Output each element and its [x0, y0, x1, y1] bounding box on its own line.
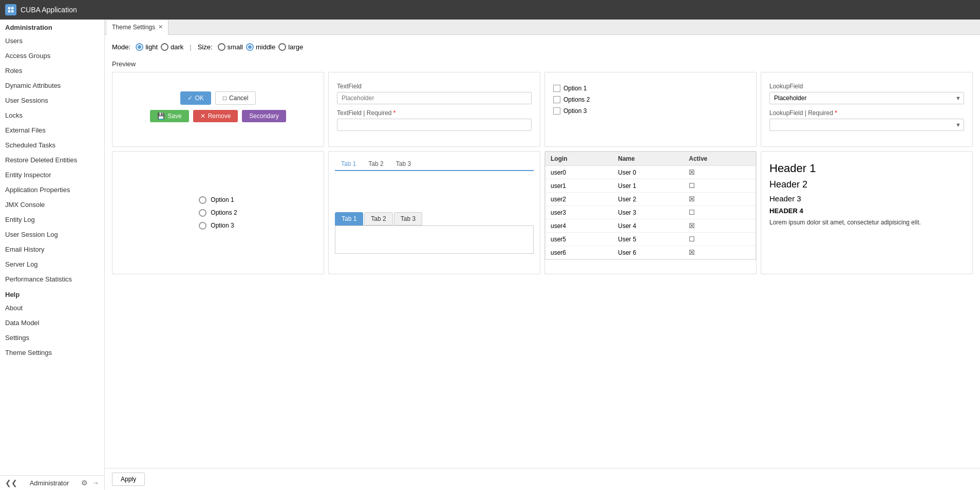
tab-btn2-1[interactable]: Tab 1	[335, 212, 363, 225]
sidebar-item-dynamic-attributes[interactable]: Dynamic Attributes	[0, 78, 104, 93]
sidebar-item-performance-statistics[interactable]: Performance Statistics	[0, 272, 104, 287]
sidebar-item-data-model[interactable]: Data Model	[0, 315, 104, 330]
lookupfield-group: LookupField Placeholder ▼	[769, 83, 964, 104]
mode-dark-option[interactable]: dark	[161, 43, 183, 51]
svg-rect-0	[8, 7, 10, 9]
textfield-card: TextField TextField | Required *	[328, 72, 540, 147]
cell-login: user5	[545, 233, 613, 246]
app-header: CUBA Application	[0, 0, 980, 20]
mode-dark-radio[interactable]	[161, 43, 168, 51]
svg-rect-2	[8, 10, 10, 12]
apply-button[interactable]: Apply	[112, 473, 145, 486]
sidebar-item-user-session-log[interactable]: User Session Log	[0, 227, 104, 242]
sidebar-item-external-files[interactable]: External Files	[0, 123, 104, 138]
tab-close-button[interactable]: ✕	[158, 24, 163, 30]
mode-dark-label: dark	[171, 43, 183, 51]
radio-2[interactable]	[199, 209, 206, 217]
cell-name: User 3	[613, 206, 684, 219]
table-row[interactable]: user6 User 6 ☒	[545, 246, 756, 259]
checkbox-1[interactable]	[553, 85, 560, 92]
table-row[interactable]: user4 User 4 ☒	[545, 219, 756, 233]
size-small-radio[interactable]	[218, 43, 225, 51]
sidebar-item-users[interactable]: Users	[0, 33, 104, 48]
tab-btn-3[interactable]: Tab 3	[390, 158, 417, 170]
ok-button[interactable]: ✓ OK	[180, 91, 211, 105]
save-button[interactable]: 💾 Save	[150, 110, 189, 122]
textfield-required-input[interactable]	[337, 119, 532, 131]
mode-light-radio[interactable]	[136, 43, 143, 51]
remove-button[interactable]: ✕ Remove	[193, 110, 238, 122]
col-name: Name	[613, 152, 684, 166]
lookup-required-star: *	[835, 109, 837, 117]
sidebar-item-theme-settings[interactable]: Theme Settings	[0, 345, 104, 360]
tab-btn2-3[interactable]: Tab 3	[394, 212, 422, 225]
checkbox-label-2: Options 2	[563, 96, 590, 103]
tabs-widget-bottom: Tab 1 Tab 2 Tab 3	[335, 212, 534, 254]
radio-label-3: Option 3	[211, 222, 234, 229]
sidebar-item-access-groups[interactable]: Access Groups	[0, 48, 104, 63]
checkbox-label-1: Option 1	[563, 85, 587, 92]
table-body: user0 User 0 ☒ user1 User 1 ☐ user2 User…	[545, 166, 756, 259]
table-row[interactable]: user5 User 5 ☐	[545, 233, 756, 246]
sidebar-item-about[interactable]: About	[0, 300, 104, 315]
radio-card: Option 1 Options 2 Option 3	[112, 151, 324, 274]
size-small-option[interactable]: small	[218, 43, 243, 51]
sidebar-item-server-log[interactable]: Server Log	[0, 257, 104, 272]
tab-btn-1[interactable]: Tab 1	[335, 158, 362, 171]
sidebar-item-user-sessions[interactable]: User Sessions	[0, 93, 104, 108]
settings-icon[interactable]: ⚙	[81, 479, 88, 487]
lookupfield-required-select[interactable]	[769, 119, 964, 131]
cell-name: User 6	[613, 246, 684, 259]
cell-name: User 1	[613, 179, 684, 193]
checkbox-2[interactable]	[553, 96, 560, 103]
tabs-content-top	[335, 171, 534, 202]
typography-card: Header 1 Header 2 Header 3 HEADER 4 Lore…	[761, 151, 973, 274]
cell-active: ☒	[684, 193, 756, 206]
sidebar-item-scheduled-tasks[interactable]: Scheduled Tasks	[0, 138, 104, 153]
remove-label: Remove	[208, 112, 231, 120]
table-widget[interactable]: Login Name Active user0 User 0 ☒ user1 U…	[545, 152, 756, 260]
radio-3[interactable]	[199, 222, 206, 230]
sidebar-item-settings[interactable]: Settings	[0, 330, 104, 345]
table-row[interactable]: user2 User 2 ☒	[545, 193, 756, 206]
lookupfield-select[interactable]: Placeholder	[769, 92, 964, 104]
size-middle-radio[interactable]	[246, 43, 254, 51]
cell-active: ☐	[684, 233, 756, 246]
cell-active: ☐	[684, 179, 756, 193]
table-row[interactable]: user3 User 3 ☐	[545, 206, 756, 219]
sidebar-item-email-history[interactable]: Email History	[0, 242, 104, 257]
body-text: Lorem ipsum dolor sit amet, consectetur …	[769, 219, 964, 226]
tab-theme-settings[interactable]: Theme Settings ✕	[107, 20, 168, 35]
sidebar-item-entity-log[interactable]: Entity Log	[0, 212, 104, 227]
cell-login: user4	[545, 219, 613, 233]
sidebar-item-locks[interactable]: Locks	[0, 108, 104, 123]
size-middle-option[interactable]: middle	[246, 43, 275, 51]
sidebar-item-jmx-console[interactable]: JMX Console	[0, 197, 104, 212]
tab-btn-2[interactable]: Tab 2	[362, 158, 389, 170]
cell-name: User 0	[613, 166, 684, 179]
mode-light-option[interactable]: light	[136, 43, 158, 51]
table-row[interactable]: user0 User 0 ☒	[545, 166, 756, 179]
header-4: HEADER 4	[769, 207, 964, 215]
sidebar-item-restore-deleted-entities[interactable]: Restore Deleted Entities	[0, 153, 104, 167]
textfield-input[interactable]	[337, 92, 532, 104]
sidebar-collapse-button[interactable]: ❮❮	[5, 479, 17, 487]
size-large-radio[interactable]	[278, 43, 286, 51]
logout-icon[interactable]: →	[92, 479, 99, 487]
radio-option-list: Option 1 Options 2 Option 3	[199, 162, 237, 263]
cancel-button[interactable]: □ Cancel	[215, 91, 256, 105]
size-large-option[interactable]: large	[278, 43, 303, 51]
secondary-button[interactable]: Secondary	[242, 110, 286, 122]
checkbox-3[interactable]	[553, 107, 560, 115]
mode-light-label: light	[145, 43, 158, 51]
radio-1[interactable]	[199, 196, 206, 204]
sidebar-item-roles[interactable]: Roles	[0, 63, 104, 78]
sidebar-item-application-properties[interactable]: Application Properties	[0, 182, 104, 197]
svg-rect-1	[11, 7, 13, 9]
sidebar-item-entity-inspector[interactable]: Entity Inspector	[0, 167, 104, 182]
cell-active: ☐	[684, 206, 756, 219]
table-row[interactable]: user1 User 1 ☐	[545, 179, 756, 193]
tab-btn2-2[interactable]: Tab 2	[364, 212, 392, 225]
app-title: CUBA Application	[21, 6, 77, 14]
cell-login: user2	[545, 193, 613, 206]
